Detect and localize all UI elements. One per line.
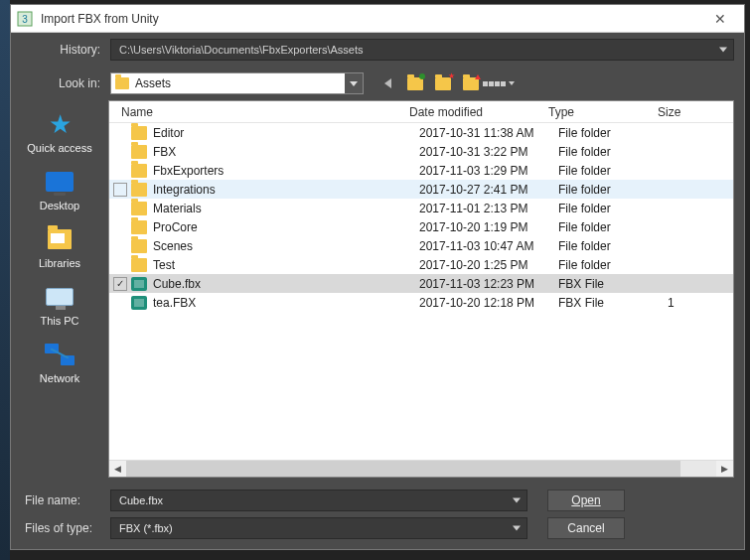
file-name: Editor <box>153 126 419 140</box>
cancel-button[interactable]: Cancel <box>547 517 625 539</box>
file-name: Materials <box>153 202 419 215</box>
file-name: Integrations <box>153 183 419 197</box>
lookin-caret[interactable] <box>345 73 363 93</box>
file-row[interactable]: tea.FBX2017-10-20 12:18 PMFBX File1 <box>109 293 733 312</box>
folder-icon <box>131 258 147 272</box>
lookin-value: Assets <box>135 76 171 90</box>
file-row[interactable]: Integrations2017-10-27 2:41 PMFile folde… <box>109 180 733 199</box>
place-network[interactable]: Network <box>21 337 98 388</box>
fbx-file-icon <box>131 277 147 291</box>
new-folder-button[interactable] <box>433 73 453 93</box>
file-type: File folder <box>558 164 668 178</box>
place-quick-access[interactable]: ★ Quick access <box>21 106 98 158</box>
file-row[interactable]: Cube.fbx2017-11-03 12:23 PMFBX File <box>109 274 733 293</box>
file-row[interactable]: Scenes2017-11-03 10:47 AMFile folder <box>109 236 733 255</box>
file-row[interactable]: Materials2017-11-01 2:13 PMFile folder <box>109 199 733 217</box>
back-button[interactable] <box>377 73 397 93</box>
file-row[interactable]: FBX2017-10-31 3:22 PMFile folder <box>109 142 733 161</box>
filename-value: Cube.fbx <box>119 494 163 506</box>
file-date: 2017-10-20 12:18 PM <box>419 296 558 310</box>
file-type: FBX File <box>558 277 668 291</box>
place-libraries[interactable]: Libraries <box>21 221 98 273</box>
place-desktop[interactable]: Desktop <box>21 164 98 215</box>
file-row[interactable]: Editor2017-10-31 11:38 AMFile folder <box>109 123 733 142</box>
lookin-dropdown[interactable]: Assets <box>110 72 364 94</box>
nav-toolbar <box>377 73 509 93</box>
col-date[interactable]: Date modified <box>401 105 540 119</box>
file-date: 2017-10-20 1:19 PM <box>419 220 558 234</box>
file-name: tea.FBX <box>153 296 419 310</box>
open-button[interactable]: Open <box>547 490 625 511</box>
file-name: Cube.fbx <box>153 277 419 291</box>
filename-label: File name: <box>21 493 110 507</box>
folder-plus-icon <box>463 77 479 90</box>
row-checkbox[interactable] <box>113 277 127 291</box>
svg-text:3: 3 <box>22 14 28 25</box>
place-label: This PC <box>40 315 78 327</box>
column-headers[interactable]: Name Date modified Type Size <box>109 101 733 123</box>
scroll-track[interactable] <box>126 461 716 477</box>
chevron-down-icon <box>513 526 521 531</box>
file-name: Scenes <box>153 239 419 253</box>
file-list-panel: Name Date modified Type Size Editor2017-… <box>108 100 734 478</box>
chevron-down-icon <box>719 48 727 53</box>
place-label: Libraries <box>39 257 80 269</box>
place-label: Network <box>40 372 79 384</box>
app-left-strip <box>0 0 10 560</box>
app-icon: 3 <box>17 11 33 27</box>
lookin-label: Look in: <box>21 76 110 90</box>
horizontal-scrollbar[interactable]: ◀ ▶ <box>109 460 733 477</box>
file-type: File folder <box>558 239 668 253</box>
row-checkbox[interactable] <box>113 183 127 197</box>
col-size[interactable]: Size <box>650 105 733 119</box>
star-icon: ★ <box>43 110 76 138</box>
folder-icon <box>131 202 147 215</box>
folder-icon <box>115 77 129 89</box>
file-date: 2017-10-27 2:41 PM <box>419 183 558 197</box>
dialog-footer: File name: Cube.fbx Open Files of type: … <box>11 484 744 549</box>
file-row[interactable]: Test2017-10-20 1:25 PMFile folder <box>109 255 733 274</box>
pc-icon <box>43 283 76 311</box>
file-date: 2017-11-03 10:47 AM <box>419 239 558 253</box>
file-list[interactable]: Editor2017-10-31 11:38 AMFile folderFBX2… <box>109 123 733 460</box>
file-name: FBX <box>153 145 419 159</box>
col-type[interactable]: Type <box>540 105 650 119</box>
file-type: File folder <box>558 126 668 140</box>
col-name[interactable]: Name <box>113 105 401 119</box>
file-type: FBX File <box>558 296 668 310</box>
file-name: FbxExporters <box>153 164 419 178</box>
network-icon <box>43 341 76 368</box>
folder-icon <box>131 164 147 178</box>
history-dropdown[interactable]: C:\Users\Viktoria\Documents\FbxExporters… <box>110 39 734 61</box>
file-name: Test <box>153 258 419 272</box>
add-folder-button[interactable] <box>461 73 481 93</box>
file-date: 2017-10-20 1:25 PM <box>419 258 558 272</box>
file-row[interactable]: ProCore2017-10-20 1:19 PMFile folder <box>109 217 733 236</box>
filetype-field[interactable]: FBX (*.fbx) <box>110 517 527 539</box>
filename-field[interactable]: Cube.fbx <box>110 490 527 511</box>
import-dialog: 3 Import FBX from Unity ✕ History: C:\Us… <box>10 4 745 550</box>
titlebar: 3 Import FBX from Unity ✕ <box>11 5 744 33</box>
file-type: File folder <box>558 145 668 159</box>
file-date: 2017-11-01 2:13 PM <box>419 202 558 215</box>
place-this-pc[interactable]: This PC <box>21 279 98 331</box>
file-type: File folder <box>558 258 668 272</box>
up-folder-button[interactable] <box>405 73 425 93</box>
scroll-right-button[interactable]: ▶ <box>716 461 733 478</box>
file-type: File folder <box>558 202 668 215</box>
fbx-file-icon <box>131 296 147 310</box>
desktop-icon <box>43 168 76 196</box>
scroll-left-button[interactable]: ◀ <box>109 461 126 478</box>
chevron-down-icon <box>509 81 515 85</box>
scroll-thumb[interactable] <box>126 461 680 477</box>
view-mode-button[interactable] <box>489 73 509 93</box>
folder-icon <box>131 239 147 253</box>
place-label: Desktop <box>40 200 79 211</box>
close-button[interactable]: ✕ <box>702 11 738 27</box>
file-row[interactable]: FbxExporters2017-11-03 1:29 PMFile folde… <box>109 161 733 180</box>
file-size: 1 <box>668 296 733 310</box>
file-name: ProCore <box>153 220 419 234</box>
file-date: 2017-10-31 11:38 AM <box>419 126 558 140</box>
file-date: 2017-10-31 3:22 PM <box>419 145 558 159</box>
folder-up-icon <box>407 77 423 90</box>
